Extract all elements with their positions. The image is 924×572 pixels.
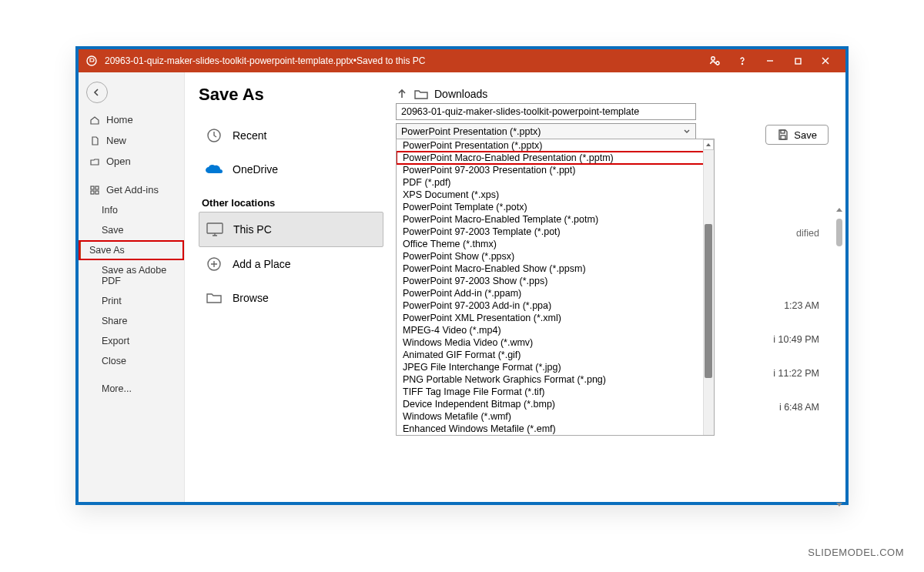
file-type-option[interactable]: PowerPoint Show (*.ppsx) (397, 250, 714, 263)
nav-home[interactable]: Home (79, 109, 184, 130)
file-type-option[interactable]: PDF (*.pdf) (397, 176, 714, 189)
location-add-place[interactable]: Add a Place (199, 247, 383, 281)
svg-rect-15 (781, 135, 785, 139)
nav-open-label: Open (106, 156, 131, 167)
file-type-option[interactable]: JPEG File Interchange Format (*.jpg) (397, 361, 714, 373)
nav-more[interactable]: More... (79, 379, 184, 399)
file-type-option[interactable]: Office Theme (*.thmx) (397, 238, 714, 250)
up-arrow-icon (396, 88, 408, 100)
window-title-status: Saved to this PC (357, 55, 425, 66)
svg-point-2 (716, 62, 719, 65)
file-type-option[interactable]: Windows Media Video (*.wmv) (397, 336, 714, 349)
breadcrumb-folder: Downloads (434, 88, 487, 100)
nav-home-label: Home (106, 114, 133, 125)
date-value: i 6:48 AM (773, 402, 819, 413)
nav-save-as-label: Save As (89, 245, 125, 256)
app-window: 20963-01-quiz-maker-slides-toolkit-power… (75, 46, 849, 505)
file-type-option[interactable]: PNG Portable Network Graphics Format (*.… (397, 373, 714, 386)
file-type-select[interactable]: PowerPoint Presentation (*.pptx) (396, 123, 696, 140)
file-type-option[interactable]: PowerPoint 97-2003 Template (*.pot) (397, 226, 714, 238)
minimize-button[interactable] (756, 49, 784, 72)
nav-export[interactable]: Export (79, 331, 184, 351)
date-value: 1:23 AM (773, 300, 819, 311)
file-type-dropdown[interactable]: PowerPoint Presentation (*.pptx)PowerPoi… (396, 139, 715, 436)
nav-save-as-pdf-label: Save as Adobe PDF (102, 265, 172, 286)
location-recent-label: Recent (233, 129, 266, 142)
save-button[interactable]: Save (765, 125, 829, 145)
scroll-up-icon[interactable] (835, 203, 844, 217)
back-button[interactable] (86, 82, 108, 103)
nav-print[interactable]: Print (79, 291, 184, 311)
svg-rect-13 (207, 223, 223, 233)
file-type-option[interactable]: Animated GIF Format (*.gif) (397, 349, 714, 361)
page-title: Save As (199, 85, 383, 105)
dropdown-scrollbar[interactable] (703, 139, 714, 435)
file-type-option[interactable]: PowerPoint 97-2003 Show (*.pps) (397, 275, 714, 287)
save-as-main: Downloads PowerPoint Presentation (*.ppt… (393, 72, 845, 502)
svg-rect-11 (95, 191, 99, 194)
watermark: SLIDEMODEL.COM (808, 547, 904, 558)
folder-icon (205, 289, 223, 307)
titlebar: 20963-01-quiz-maker-slides-toolkit-power… (79, 49, 845, 72)
addins-icon (89, 185, 100, 196)
svg-point-0 (87, 56, 96, 65)
location-add-place-label: Add a Place (233, 258, 291, 270)
document-icon (89, 135, 100, 146)
svg-rect-9 (95, 186, 99, 189)
chevron-down-icon (683, 128, 691, 135)
file-type-option[interactable]: XPS Document (*.xps) (397, 189, 714, 201)
date-column: dified 1:23 AM i 10:49 PM i 11:22 PM i 6… (773, 228, 819, 413)
home-icon (89, 115, 100, 125)
folder-open-icon (89, 156, 100, 167)
file-type-option[interactable]: PowerPoint Template (*.potx) (397, 201, 714, 213)
scroll-down-icon[interactable] (835, 497, 844, 511)
close-button[interactable] (812, 49, 839, 72)
file-type-option[interactable]: PowerPoint 97-2003 Add-in (*.ppa) (397, 299, 714, 312)
nav-new[interactable]: New (79, 130, 184, 151)
file-type-option[interactable]: PowerPoint XML Presentation (*.xml) (397, 312, 714, 324)
nav-new-label: New (106, 135, 126, 146)
nav-share-label: Share (102, 316, 127, 326)
nav-save-as[interactable]: Save As (79, 240, 184, 260)
filename-input[interactable] (396, 103, 696, 120)
file-type-option[interactable]: PowerPoint Macro-Enabled Show (*.ppsm) (397, 263, 714, 275)
maximize-button[interactable] (784, 49, 812, 72)
nav-info[interactable]: Info (79, 200, 184, 220)
breadcrumb[interactable]: Downloads (393, 88, 845, 103)
nav-save[interactable]: Save (79, 220, 184, 240)
file-type-option[interactable]: PowerPoint Macro-Enabled Presentation (*… (397, 152, 714, 164)
file-type-option[interactable]: MPEG-4 Video (*.mp4) (397, 324, 714, 336)
file-type-option[interactable]: Device Independent Bitmap (*.bmp) (397, 398, 714, 410)
date-value: i 10:49 PM (773, 334, 819, 345)
account-icon[interactable] (701, 49, 728, 72)
file-type-option[interactable]: TIFF Tag Image File Format (*.tif) (397, 386, 714, 398)
nav-open[interactable]: Open (79, 151, 184, 172)
file-type-option[interactable]: Windows Metafile (*.wmf) (397, 410, 714, 423)
nav-share[interactable]: Share (79, 311, 184, 331)
scroll-up-icon[interactable] (703, 139, 714, 150)
clock-icon (205, 126, 223, 145)
nav-close[interactable]: Close (79, 351, 184, 371)
locations-panel: Save As Recent OneDrive Other locations … (185, 72, 393, 502)
panel-scrollbar[interactable] (835, 203, 844, 511)
svg-rect-8 (91, 186, 94, 189)
location-this-pc[interactable]: This PC (199, 212, 383, 247)
nav-get-addins[interactable]: Get Add-ins (79, 179, 184, 200)
file-type-option[interactable]: PowerPoint Add-in (*.ppam) (397, 287, 714, 299)
nav-save-as-pdf[interactable]: Save as Adobe PDF (79, 260, 184, 291)
svg-point-1 (711, 57, 715, 60)
file-type-option[interactable]: PowerPoint 97-2003 Presentation (*.ppt) (397, 164, 714, 176)
location-browse[interactable]: Browse (199, 281, 383, 315)
file-type-option[interactable]: PowerPoint Presentation (*.pptx) (397, 139, 714, 152)
onedrive-icon (205, 160, 223, 179)
help-icon[interactable] (728, 49, 756, 72)
svg-rect-10 (91, 191, 94, 194)
location-onedrive[interactable]: OneDrive (199, 152, 383, 186)
file-type-option[interactable]: PowerPoint Macro-Enabled Template (*.pot… (397, 213, 714, 226)
file-type-option[interactable]: Enhanced Windows Metafile (*.emf) (397, 423, 714, 435)
scroll-thumb[interactable] (705, 224, 712, 378)
add-place-icon (205, 255, 223, 273)
other-locations-heading: Other locations (202, 197, 383, 209)
location-recent[interactable]: Recent (199, 119, 383, 152)
scroll-thumb[interactable] (836, 219, 842, 246)
